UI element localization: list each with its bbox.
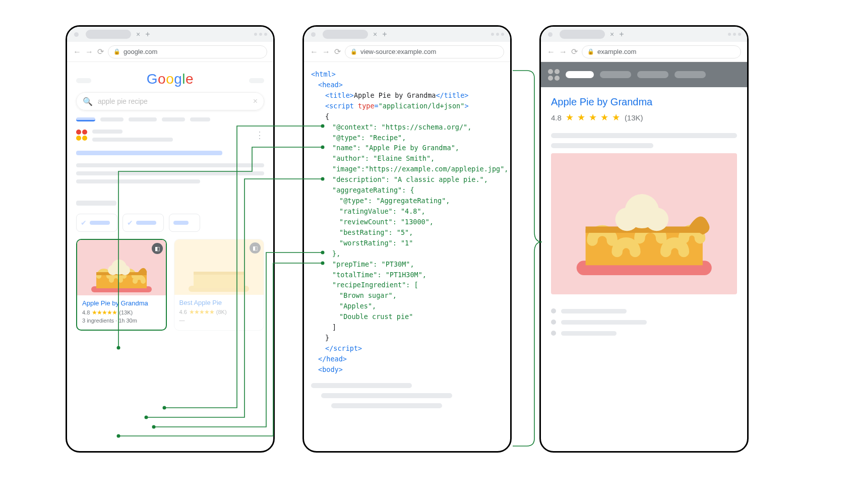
forward-icon[interactable]: → [322,47,330,56]
pie-illustration [559,164,729,294]
nav-item[interactable] [675,71,706,78]
search-result[interactable]: ⋮ [76,130,264,146]
recipe-title: Best Apple Pie [179,299,259,306]
site-header [541,62,747,87]
browser-tab[interactable] [86,30,131,39]
filter-chips: ✔ ✔ [76,214,264,232]
search-input[interactable]: 🔍 apple pie recipe × [76,92,264,110]
lock-icon: 🔒 [587,48,594,55]
search-tabs [76,117,264,121]
reload-icon[interactable]: ⟳ [334,47,341,56]
site-favicon [76,130,87,141]
browser-tabstrip: × + [67,27,273,42]
source-code: <html> <head> <title>Apple Pie by Grandm… [304,62,510,375]
code-total-line: "totalTime": "PT1H30M", [332,271,426,279]
url-text: example.com [597,48,636,55]
star-icon: ★ ★ ★ ★ ★ [566,112,621,123]
reload-icon[interactable]: ⟳ [97,47,104,56]
lock-icon: 🔒 [113,48,120,55]
back-icon[interactable]: ← [547,47,555,56]
browser-urlbar: ← → ⟳ 🔒 google.com [67,42,273,62]
browser-tab[interactable] [560,30,605,39]
tab-all[interactable] [76,117,95,121]
body-skeleton [311,383,503,408]
url-text: view-source:example.com [360,48,436,55]
search-icon: 🔍 [83,97,93,106]
star-icon: ★★★★★ [92,309,117,316]
plus-icon[interactable]: + [619,30,624,39]
clear-icon[interactable]: × [253,97,258,106]
site-logo-icon [548,69,560,81]
back-icon[interactable]: ← [310,47,318,56]
svg-rect-7 [194,273,244,288]
recipe-title: Apple Pie by Grandma [82,299,161,307]
svg-rect-8 [194,272,244,275]
forward-icon[interactable]: → [559,47,567,56]
recipe-image: ◧ [77,240,166,295]
recipe-hero-image [551,153,737,294]
nav-item[interactable] [600,71,631,78]
browser-tabstrip: × + [304,27,510,42]
forward-icon[interactable]: → [85,47,93,56]
url-field[interactable]: 🔒 example.com [582,45,741,58]
google-logo: Google [91,71,249,87]
url-field[interactable]: 🔒 view-source:example.com [345,45,504,58]
nav-item[interactable] [637,71,668,78]
page-title: Apple Pie by Grandma [551,96,737,108]
browser-tab[interactable] [323,30,368,39]
bookmark-icon[interactable]: ◧ [250,242,261,254]
back-icon[interactable]: ← [73,47,81,56]
close-icon[interactable]: × [136,30,140,38]
close-icon[interactable]: × [373,30,377,38]
more-icon[interactable]: ⋮ [255,130,264,146]
code-name-line: "name": "Apple Pie by Grandma", [332,144,459,152]
page-rating: 4.8 ★ ★ ★ ★ ★ (13K) [551,112,737,123]
phone-example-site: × + ← → ⟳ 🔒 example.com Apple Pie by Gra… [539,25,749,453]
phone-view-source: × + ← → ⟳ 🔒 view-source:example.com <htm… [302,25,512,453]
plus-icon[interactable]: + [145,30,150,39]
ingredient-list [551,308,737,336]
close-icon[interactable]: × [610,30,614,38]
lock-icon: 🔒 [350,48,357,55]
plus-icon[interactable]: + [382,30,387,39]
svg-point-14 [645,208,668,231]
reload-icon[interactable]: ⟳ [571,47,578,56]
recipe-rating: 4.8 ★★★★★ (13K) [82,309,161,316]
nav-item[interactable] [566,71,594,78]
svg-point-13 [615,208,638,231]
svg-point-5 [120,265,130,275]
code-agg-line: "aggregateRating": { [332,186,414,194]
code-ingr-line: "recipeIngredient": [ [332,281,418,289]
url-text: google.com [124,48,157,55]
url-field[interactable]: 🔒 google.com [108,45,267,58]
code-image-line: "image":"https://example.com/applepie.jp… [332,165,509,173]
recipe-card[interactable]: ◧ Best Apple Pie 4.6★★★★★(8K) — [174,239,265,331]
search-query: apple pie recipe [98,97,148,105]
bookmark-icon[interactable]: ◧ [152,243,163,254]
svg-point-4 [108,265,118,275]
browser-tabstrip: × + [541,27,747,42]
recipe-meta: 3 ingredients · 1h 30m [82,318,161,324]
window-controls [254,33,267,36]
recipe-card[interactable]: ◧ Apple Pie by Grand [76,239,167,331]
pie-illustration [84,251,159,295]
phone-google-results: × + ← → ⟳ 🔒 google.com Google 🔍 a [66,25,275,453]
